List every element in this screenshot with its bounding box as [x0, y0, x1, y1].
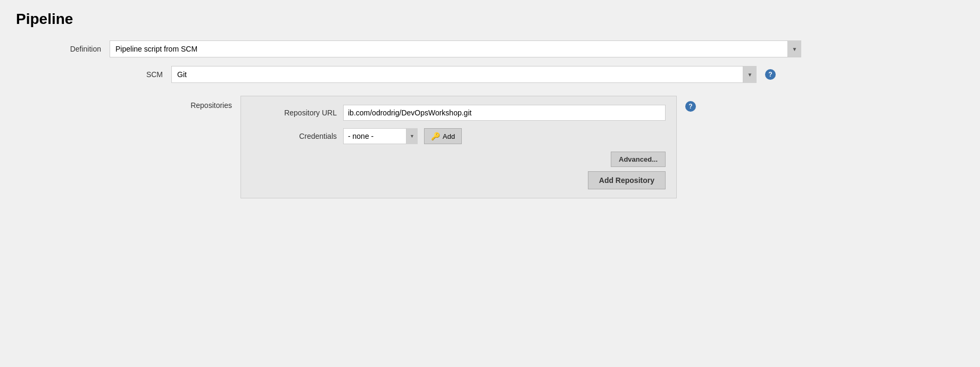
- credentials-row: Credentials - none - 🔑 Add: [252, 128, 666, 144]
- definition-select[interactable]: Pipeline script from SCM: [110, 40, 801, 57]
- key-icon: 🔑: [431, 132, 440, 140]
- add-repository-button[interactable]: Add Repository: [588, 171, 666, 189]
- repository-url-label: Repository URL: [252, 109, 337, 117]
- scm-label: SCM: [110, 70, 163, 79]
- definition-select-wrapper: Pipeline script from SCM: [110, 40, 801, 57]
- pipeline-form: Definition Pipeline script from SCM SCM …: [16, 40, 964, 198]
- credentials-select-wrapper: - none -: [343, 128, 418, 144]
- scm-select-wrapper: Git: [171, 66, 757, 83]
- scm-help-icon[interactable]: ?: [765, 69, 776, 80]
- page-title: Pipeline: [16, 11, 964, 28]
- repository-url-row: Repository URL: [252, 105, 666, 121]
- definition-label: Definition: [16, 45, 101, 53]
- repository-url-input[interactable]: [343, 105, 666, 121]
- repositories-help-icon[interactable]: ?: [685, 101, 696, 112]
- repositories-row: Repositories Repository URL Credentials …: [16, 96, 964, 198]
- add-credentials-label: Add: [443, 132, 455, 140]
- scm-select[interactable]: Git: [171, 66, 757, 83]
- repositories-label: Repositories: [163, 96, 232, 110]
- repo-buttons-row: Advanced... Add Repository: [252, 152, 666, 189]
- credentials-select[interactable]: - none -: [343, 128, 418, 144]
- advanced-button[interactable]: Advanced...: [611, 152, 666, 167]
- repositories-box: Repository URL Credentials - none - 🔑 Ad…: [240, 96, 677, 198]
- add-credentials-button[interactable]: 🔑 Add: [424, 128, 462, 144]
- definition-row: Definition Pipeline script from SCM: [16, 40, 964, 57]
- scm-row: SCM Git ?: [16, 66, 964, 83]
- credentials-label: Credentials: [252, 132, 337, 140]
